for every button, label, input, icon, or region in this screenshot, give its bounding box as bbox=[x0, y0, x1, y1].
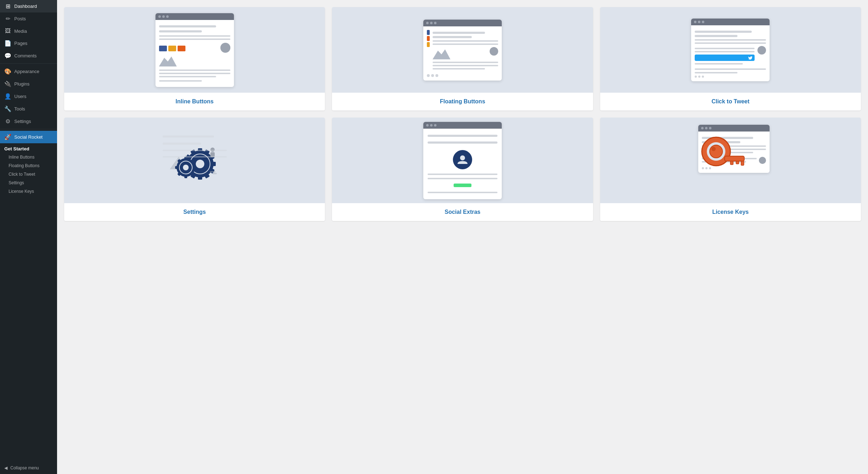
cards-grid: Inline Buttons bbox=[64, 7, 861, 221]
float-btn-fb bbox=[427, 30, 430, 35]
gears-illustration bbox=[159, 130, 230, 191]
card-label-settings: Settings bbox=[64, 203, 325, 221]
submenu-header: Get Started bbox=[0, 143, 57, 153]
submenu-click-to-tweet[interactable]: Click to Tweet bbox=[0, 170, 57, 179]
sidebar-item-appearance[interactable]: 🎨 Appearance bbox=[0, 65, 57, 78]
tw-button bbox=[168, 46, 176, 51]
sidebar-item-posts[interactable]: ✏ Posts bbox=[0, 12, 57, 25]
svg-rect-38 bbox=[730, 161, 733, 165]
tweet-button bbox=[695, 55, 755, 61]
mountain-icon bbox=[159, 54, 177, 67]
social-rocket-submenu: Get Started Inline Buttons Floating Butt… bbox=[0, 143, 57, 196]
plugins-icon: 🔌 bbox=[4, 81, 11, 87]
browser-mockup-social bbox=[423, 122, 502, 199]
svg-rect-40 bbox=[741, 161, 744, 165]
social-rocket-icon: 🚀 bbox=[4, 134, 11, 140]
card-label-click-to-tweet: Click to Tweet bbox=[600, 93, 861, 110]
fb-button bbox=[159, 46, 167, 51]
comments-icon: 💬 bbox=[4, 52, 11, 59]
dot-2 bbox=[431, 74, 434, 77]
card-click-to-tweet[interactable]: Click to Tweet bbox=[600, 7, 861, 110]
dot-1 bbox=[427, 74, 430, 77]
person-icon bbox=[457, 154, 468, 165]
browser-body-4 bbox=[423, 129, 502, 199]
card-settings[interactable]: Settings bbox=[64, 118, 325, 221]
submenu-license-keys[interactable]: License Keys bbox=[0, 187, 57, 196]
svg-point-36 bbox=[711, 147, 716, 151]
browser-bar-3 bbox=[691, 19, 770, 25]
browser-bar-2 bbox=[423, 20, 502, 26]
card-label-social-extras: Social Extras bbox=[332, 203, 593, 221]
divider-1 bbox=[0, 63, 57, 64]
card-label-inline-buttons: Inline Buttons bbox=[64, 93, 325, 110]
sidebar-item-settings[interactable]: ⚙ Settings bbox=[0, 115, 57, 128]
svg-rect-37 bbox=[725, 156, 744, 161]
settings-icon: ⚙ bbox=[4, 118, 11, 125]
pages-icon: 📄 bbox=[4, 40, 11, 47]
browser-body bbox=[155, 20, 234, 87]
card-social-extras[interactable]: Social Extras bbox=[332, 118, 593, 221]
sidebar-item-tools[interactable]: 🔧 Tools bbox=[0, 103, 57, 115]
card-inline-buttons[interactable]: Inline Buttons bbox=[64, 7, 325, 110]
collapse-icon: ◀ bbox=[4, 465, 7, 470]
browser-body-3 bbox=[691, 25, 770, 81]
sidebar-item-comments[interactable]: 💬 Comments bbox=[0, 50, 57, 62]
profile-avatar bbox=[453, 150, 472, 169]
media-icon: 🖼 bbox=[4, 28, 11, 34]
sidebar-item-media[interactable]: 🖼 Media bbox=[0, 25, 57, 37]
float-btn-tw bbox=[427, 36, 430, 41]
browser-mockup-floating bbox=[423, 20, 502, 81]
card-preview-inline-buttons bbox=[64, 7, 325, 93]
avatar-2 bbox=[490, 47, 498, 56]
posts-icon: ✏ bbox=[4, 15, 11, 22]
appearance-icon: 🎨 bbox=[4, 68, 11, 75]
inline-share-buttons bbox=[159, 46, 218, 51]
sidebar-item-dashboard[interactable]: ⊞ Dashboard bbox=[0, 0, 57, 12]
browser-mockup-inline bbox=[155, 13, 234, 87]
browser-bar bbox=[155, 13, 234, 20]
main-content: Inline Buttons bbox=[57, 0, 868, 474]
card-floating-buttons[interactable]: Floating Buttons bbox=[332, 7, 593, 110]
avatar bbox=[220, 43, 230, 53]
card-preview-floating-buttons bbox=[332, 7, 593, 93]
dashboard-icon: ⊞ bbox=[4, 3, 11, 10]
tools-icon: 🔧 bbox=[4, 105, 11, 112]
browser-bar-4 bbox=[423, 122, 502, 129]
card-label-license-keys: License Keys bbox=[600, 203, 861, 221]
twitter-bird-icon bbox=[748, 56, 752, 60]
card-preview-social-extras bbox=[332, 118, 593, 203]
sidebar-item-users[interactable]: 👤 Users bbox=[0, 90, 57, 103]
submenu-settings[interactable]: Settings bbox=[0, 179, 57, 187]
dot-3 bbox=[435, 74, 438, 77]
card-preview-license-keys bbox=[600, 118, 861, 203]
key-svg bbox=[688, 132, 745, 185]
submenu-inline-buttons[interactable]: Inline Buttons bbox=[0, 153, 57, 161]
avatar-3 bbox=[757, 46, 766, 55]
key-illustration bbox=[691, 125, 770, 196]
mountain-icon-2 bbox=[433, 47, 450, 60]
browser-mockup-tweet bbox=[691, 19, 770, 81]
collapse-menu-button[interactable]: ◀ Collapse menu bbox=[0, 462, 57, 474]
card-preview-settings bbox=[64, 118, 325, 203]
svg-rect-39 bbox=[736, 161, 739, 164]
sidebar-item-plugins[interactable]: 🔌 Plugins bbox=[0, 78, 57, 90]
sidebar: ⊞ Dashboard ✏ Posts 🖼 Media 📄 Pages 💬 Co… bbox=[0, 0, 57, 474]
submenu-floating-buttons[interactable]: Floating Buttons bbox=[0, 161, 57, 170]
users-icon: 👤 bbox=[4, 93, 11, 100]
card-label-floating-buttons: Floating Buttons bbox=[332, 93, 593, 110]
svg-point-32 bbox=[460, 155, 465, 160]
browser-body-2 bbox=[423, 26, 502, 81]
float-btn-yt bbox=[427, 42, 430, 47]
card-preview-click-to-tweet bbox=[600, 7, 861, 93]
sidebar-item-social-rocket[interactable]: 🚀 Social Rocket bbox=[0, 131, 57, 143]
svg-point-35 bbox=[710, 145, 723, 158]
divider-2 bbox=[0, 129, 57, 129]
or-button bbox=[178, 46, 185, 51]
sidebar-item-pages[interactable]: 📄 Pages bbox=[0, 37, 57, 50]
green-bar bbox=[454, 184, 471, 187]
card-license-keys[interactable]: License Keys bbox=[600, 118, 861, 221]
